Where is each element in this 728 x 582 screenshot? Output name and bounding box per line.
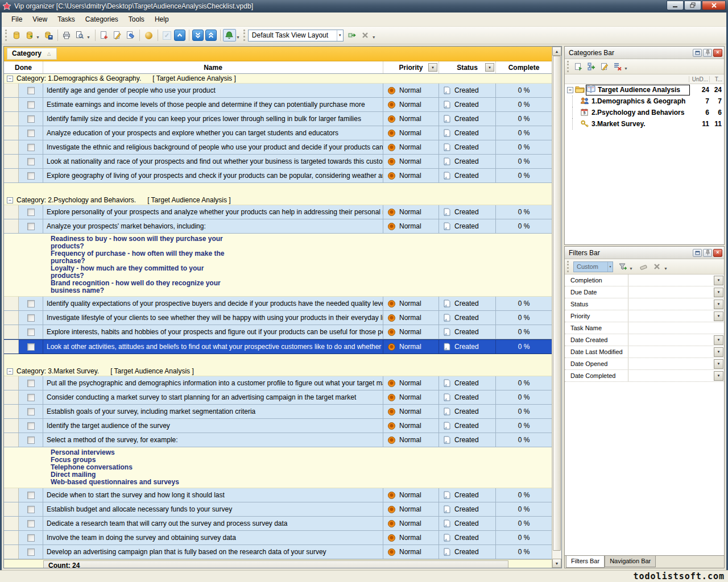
task-row[interactable]: Select a method of the survey, for examp… xyxy=(4,433,552,447)
task-name[interactable]: Identify family size and decide if you c… xyxy=(43,112,383,126)
status-cell[interactable]: Created xyxy=(439,205,496,219)
task-name[interactable]: Identify age and gender of people who us… xyxy=(43,84,383,97)
menu-file[interactable]: File xyxy=(6,13,27,26)
scrollbar-thumb[interactable] xyxy=(553,56,561,551)
scroll-up-icon[interactable]: ▲ xyxy=(552,47,561,56)
task-name[interactable]: Explore personality of your prospects an… xyxy=(43,205,383,219)
filter-dropdown-icon[interactable]: ▼ xyxy=(714,335,723,345)
tab-filters-bar[interactable]: Filters Bar xyxy=(566,556,605,568)
priority-cell[interactable]: Normal xyxy=(383,545,439,559)
priority-cell[interactable]: Normal xyxy=(383,140,439,154)
status-cell[interactable]: Created xyxy=(439,98,496,111)
tree-item-1[interactable]: 1.Demographics & Geograph77 xyxy=(565,95,724,107)
task-name[interactable]: Investigate lifestyle of your clients to… xyxy=(43,311,383,325)
collapse-group-icon[interactable]: − xyxy=(7,368,13,375)
toolbar-grip[interactable] xyxy=(5,30,7,41)
filter-dropdown-icon[interactable]: ▼ xyxy=(714,300,723,309)
filter-dropdown-icon[interactable]: ▼ xyxy=(714,371,723,381)
open-database-dropdown-icon[interactable]: ▼ xyxy=(36,35,40,39)
task-row[interactable]: Estimate earnings and income levels of t… xyxy=(4,98,552,112)
task-row[interactable]: Explore personality of your prospects an… xyxy=(4,205,552,219)
priority-cell[interactable]: Normal xyxy=(383,155,439,168)
priority-cell[interactable]: Normal xyxy=(383,340,439,354)
clear-filter-icon[interactable] xyxy=(638,260,651,273)
scrollbar-track[interactable] xyxy=(552,551,561,559)
open-database-icon[interactable] xyxy=(23,29,36,41)
task-row[interactable]: Decide when to start the survey and how … xyxy=(4,488,552,502)
task-name[interactable]: Put all the psychographic and demographi… xyxy=(43,376,383,390)
task-done-checkbox[interactable] xyxy=(27,520,35,527)
new-database-icon[interactable] xyxy=(10,29,23,41)
edit-task-icon[interactable] xyxy=(111,29,124,41)
task-row[interactable]: Identify quality expectations of your pr… xyxy=(4,297,552,311)
minimize-button[interactable] xyxy=(667,1,684,10)
task-done-checkbox[interactable] xyxy=(27,329,35,336)
task-name[interactable]: Analyze your prospects' market behaviors… xyxy=(43,219,383,233)
status-cell[interactable]: Created xyxy=(439,517,496,530)
reminder-icon[interactable] xyxy=(223,29,236,41)
priority-cell[interactable]: Normal xyxy=(383,311,439,325)
category-group-row[interactable]: −Category: 2.Psychology and Behaviors.[ … xyxy=(4,196,552,205)
status-cell[interactable]: Created xyxy=(439,405,496,418)
panel-restore-icon[interactable] xyxy=(693,49,702,57)
task-done-checkbox[interactable] xyxy=(27,130,35,137)
priority-cell[interactable]: Normal xyxy=(383,84,439,97)
task-name[interactable]: Investigate the ethnic and religious bac… xyxy=(43,140,383,154)
column-header-done[interactable]: Done xyxy=(4,61,43,73)
task-row[interactable]: Explore interests, habits and hobbies of… xyxy=(4,325,552,339)
status-cell[interactable]: Created xyxy=(439,311,496,325)
task-name[interactable]: Look at nationality and race of your pro… xyxy=(43,155,383,168)
priority-cell[interactable]: Normal xyxy=(383,205,439,219)
task-row[interactable]: Involve the team in doing the survey and… xyxy=(4,531,552,545)
priority-cell[interactable]: Normal xyxy=(383,169,439,182)
menu-categories[interactable]: Categories xyxy=(80,13,123,26)
status-cell[interactable]: Created xyxy=(439,126,496,140)
task-done-checkbox[interactable] xyxy=(27,343,35,351)
tree-column-total[interactable]: T... xyxy=(709,76,724,82)
reminder-dropdown-icon[interactable]: ▼ xyxy=(236,35,240,39)
task-row[interactable]: Identify the target audience of the surv… xyxy=(4,419,552,433)
task-row[interactable]: Look at other activities, attitudes and … xyxy=(4,339,552,354)
column-header-priority[interactable]: Priority▼ xyxy=(383,61,439,73)
column-header-status[interactable]: Status▼ xyxy=(439,61,496,73)
task-row[interactable]: Consider conducting a market survey to s… xyxy=(4,390,552,405)
tree-item-root[interactable]: −Target Audience Analysis2424 xyxy=(565,84,724,95)
categories-toolbar-overflow-icon[interactable]: ▼ xyxy=(624,66,628,70)
add-subcategory-icon[interactable] xyxy=(585,60,598,73)
save-database-icon[interactable] xyxy=(42,29,55,41)
group-by-category-button[interactable]: Category △ xyxy=(7,48,57,60)
priority-cell[interactable]: Normal xyxy=(383,531,439,544)
collapse-group-icon[interactable]: − xyxy=(7,197,13,203)
categories-bar-close-icon[interactable]: × xyxy=(713,49,722,57)
task-name[interactable]: Consider conducting a market survey to s… xyxy=(43,390,383,404)
task-name[interactable]: Look at other activities, attitudes and … xyxy=(43,340,383,354)
task-row[interactable]: Dedicate a research team that will carry… xyxy=(4,517,552,531)
task-done-checkbox[interactable] xyxy=(27,548,35,556)
print-icon[interactable] xyxy=(60,29,73,41)
task-done-checkbox[interactable] xyxy=(27,115,35,123)
priority-cell[interactable]: Normal xyxy=(383,126,439,140)
tab-navigation-bar[interactable]: Navigation Bar xyxy=(605,556,656,567)
print-preview-icon[interactable] xyxy=(73,29,86,41)
task-name[interactable]: Establish goals of your survey, includin… xyxy=(43,405,383,418)
vertical-scrollbar[interactable]: ▲ ▼ xyxy=(552,47,561,568)
task-name[interactable]: Estimate earnings and income levels of t… xyxy=(43,98,383,111)
task-done-checkbox[interactable] xyxy=(27,172,35,180)
filters-pin-icon[interactable] xyxy=(703,249,712,257)
task-done-checkbox[interactable] xyxy=(27,144,35,151)
filter-preset-dropdown-icon[interactable]: ▼ xyxy=(607,262,613,272)
status-cell[interactable]: Created xyxy=(439,112,496,126)
priority-cell[interactable]: Normal xyxy=(383,405,439,418)
status-cell[interactable]: Created xyxy=(439,169,496,182)
apply-filter-dropdown-icon[interactable]: ▼ xyxy=(629,267,633,271)
layout-overflow-icon[interactable]: ▼ xyxy=(372,35,376,39)
status-cell[interactable]: Created xyxy=(439,433,496,447)
priority-cell[interactable]: Normal xyxy=(383,98,439,111)
task-row[interactable]: Analyze education of your prospects and … xyxy=(4,126,552,140)
task-done-checkbox[interactable] xyxy=(27,158,35,165)
filter-dropdown-icon[interactable]: ▼ xyxy=(714,311,723,321)
filters-toolbar-overflow-icon[interactable]: ▼ xyxy=(664,267,668,271)
status-cell[interactable]: Created xyxy=(439,219,496,233)
priority-cell[interactable]: Normal xyxy=(383,297,439,310)
delete-layout-icon[interactable] xyxy=(359,29,372,41)
